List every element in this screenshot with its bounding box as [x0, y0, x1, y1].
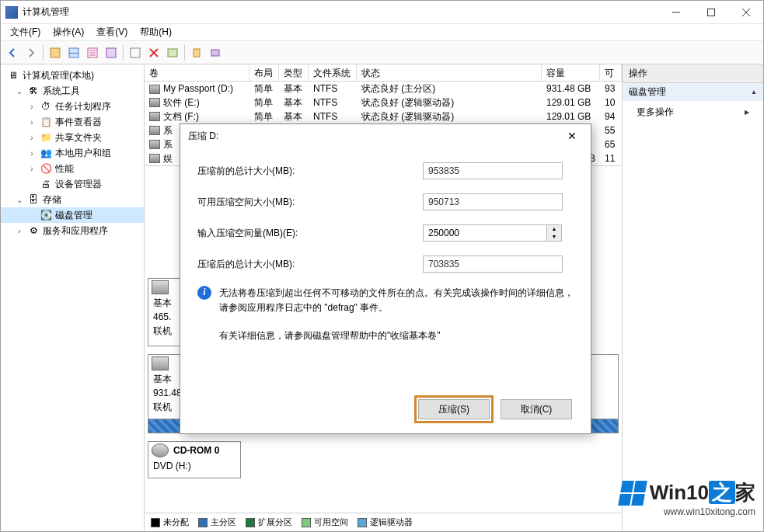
label-total-before: 压缩前的总计大小(MB):: [197, 165, 423, 178]
tree-shared-folders[interactable]: ›📁共享文件夹: [1, 130, 144, 145]
tool-icon-8[interactable]: [207, 44, 224, 61]
shrink-button[interactable]: 压缩(S): [418, 399, 490, 419]
volume-row[interactable]: My Passport (D:) 简单 基本 NTFS 状态良好 (主分区) 9…: [145, 82, 622, 96]
dialog-close-button[interactable]: ✕: [561, 127, 583, 145]
tree-performance[interactable]: ›🚫性能: [1, 161, 144, 176]
tools-icon: 🛠: [27, 85, 40, 97]
col-type[interactable]: 类型: [279, 64, 309, 81]
chevron-right-icon: ▶: [745, 109, 749, 116]
tree-services-apps[interactable]: ›⚙服务和应用程序: [1, 223, 144, 238]
menu-action[interactable]: 操作(A): [47, 24, 90, 40]
tool-icon-4[interactable]: [103, 44, 120, 61]
toolbar: [1, 41, 763, 64]
menu-file[interactable]: 文件(F): [4, 24, 47, 40]
disk-icon: 💽: [40, 209, 52, 221]
tool-icon-5[interactable]: [127, 44, 144, 61]
label-input: 输入压缩空间量(MB)(E):: [197, 227, 423, 240]
value-avail: 950713: [423, 193, 563, 210]
volume-icon: [149, 154, 160, 163]
clock-icon: ⏱: [40, 100, 52, 113]
tool-icon-3[interactable]: [84, 44, 101, 61]
users-icon: 👥: [40, 147, 52, 159]
value-total-before: 953835: [423, 162, 563, 179]
tree-device-manager[interactable]: 🖨设备管理器: [1, 176, 144, 192]
actions-pane: 操作 磁盘管理 ▲ 更多操作 ▶: [623, 64, 763, 531]
col-status[interactable]: 状态: [357, 64, 542, 81]
menu-view[interactable]: 查看(V): [90, 24, 134, 40]
svg-rect-15: [168, 49, 177, 57]
disk-icon: [152, 280, 169, 294]
app-icon: [5, 6, 18, 19]
share-icon: 📁: [40, 131, 52, 144]
dialog-title: 压缩 D:: [188, 130, 218, 143]
label-total-after: 压缩后的总计大小(MB):: [197, 258, 423, 271]
event-icon: 📋: [40, 116, 52, 128]
cdrom-icon: [152, 443, 169, 457]
info-note-2: 有关详细信息，请参阅磁盘管理帮助中的"收缩基本卷": [197, 329, 574, 342]
menubar: 文件(F) 操作(A) 查看(V) 帮助(H): [1, 24, 763, 41]
shrink-dialog: 压缩 D: ✕ 压缩前的总计大小(MB): 953835 可用压缩空间大小(MB…: [180, 123, 591, 434]
label-avail: 可用压缩空间大小(MB):: [197, 196, 423, 209]
volume-list-header: 卷 布局 类型 文件系统 状态 容量 可: [145, 64, 622, 82]
device-icon: 🖨: [40, 178, 52, 190]
tool-icon-1[interactable]: [47, 44, 64, 61]
svg-rect-17: [211, 50, 219, 56]
spinner-down-icon[interactable]: ▼: [547, 233, 561, 241]
svg-rect-4: [51, 48, 60, 57]
maximize-button[interactable]: [693, 2, 728, 23]
svg-rect-1: [707, 9, 714, 16]
col-fs[interactable]: 文件系统: [309, 64, 357, 81]
spinner-up-icon[interactable]: ▲: [547, 225, 561, 233]
volume-icon: [149, 126, 160, 135]
tree-disk-management[interactable]: 💽磁盘管理: [1, 207, 144, 223]
storage-icon: 🗄: [27, 193, 40, 206]
legend: 未分配 主分区 扩展分区 可用空间 逻辑驱动器: [145, 513, 622, 531]
actions-more[interactable]: 更多操作 ▶: [623, 101, 763, 123]
col-capacity[interactable]: 容量: [542, 64, 600, 81]
tool-icon-7[interactable]: [188, 44, 205, 61]
col-free[interactable]: 可: [600, 64, 622, 81]
close-button[interactable]: [728, 2, 763, 23]
volume-row[interactable]: 文档 (F:) 简单 基本 NTFS 状态良好 (逻辑驱动器) 129.01 G…: [145, 110, 622, 123]
info-icon: i: [197, 286, 211, 300]
tree-system-tools[interactable]: ⌄🛠系统工具: [1, 83, 144, 99]
delete-icon[interactable]: [145, 44, 162, 61]
tool-icon-2[interactable]: [65, 44, 82, 61]
col-layout[interactable]: 布局: [249, 64, 279, 81]
menu-help[interactable]: 帮助(H): [134, 24, 178, 40]
window-title: 计算机管理: [23, 5, 658, 19]
svg-rect-6: [69, 53, 78, 54]
minimize-button[interactable]: [658, 2, 693, 23]
tool-icon-6[interactable]: [164, 44, 181, 61]
nav-tree[interactable]: 🖥计算机管理(本地) ⌄🛠系统工具 ›⏱任务计划程序 ›📋事件查看器 ›📁共享文…: [1, 64, 145, 531]
perf-icon: 🚫: [40, 162, 52, 175]
cancel-button[interactable]: 取消(C): [501, 399, 572, 419]
disk-icon: [152, 356, 169, 370]
svg-rect-11: [106, 48, 116, 57]
volume-row[interactable]: 软件 (E:) 简单 基本 NTFS 状态良好 (逻辑驱动器) 129.01 G…: [145, 96, 622, 110]
svg-rect-12: [131, 48, 140, 57]
col-volume[interactable]: 卷: [145, 64, 249, 81]
svg-rect-16: [194, 49, 200, 57]
tree-storage[interactable]: ⌄🗄存储: [1, 192, 144, 207]
actions-section[interactable]: 磁盘管理 ▲: [623, 83, 763, 101]
tree-root[interactable]: 🖥计算机管理(本地): [1, 68, 144, 83]
spinner[interactable]: ▲▼: [547, 224, 562, 242]
tree-task-scheduler[interactable]: ›⏱任务计划程序: [1, 99, 144, 114]
volume-icon: [149, 140, 160, 149]
services-icon: ⚙: [27, 224, 40, 237]
tree-event-viewer[interactable]: ›📋事件查看器: [1, 114, 144, 130]
app-window: 计算机管理 文件(F) 操作(A) 查看(V) 帮助(H) 🖥计算机管理(本地: [0, 0, 764, 532]
actions-header: 操作: [623, 64, 763, 83]
volume-icon: [149, 85, 160, 94]
forward-button[interactable]: [23, 44, 40, 61]
shrink-amount-input[interactable]: [423, 224, 547, 242]
tree-local-users[interactable]: ›👥本地用户和组: [1, 145, 144, 161]
value-total-after: 703835: [423, 256, 563, 273]
titlebar: 计算机管理: [1, 1, 763, 24]
back-button[interactable]: [4, 44, 21, 61]
volume-icon: [149, 98, 160, 107]
collapse-icon: ▲: [751, 89, 757, 96]
disk-row-cdrom[interactable]: CD-ROM 0 DVD (H:): [148, 441, 241, 478]
info-note: i 无法将卷压缩到超出任何不可移动的文件所在的点。有关完成该操作时间的详细信息，…: [197, 286, 574, 315]
